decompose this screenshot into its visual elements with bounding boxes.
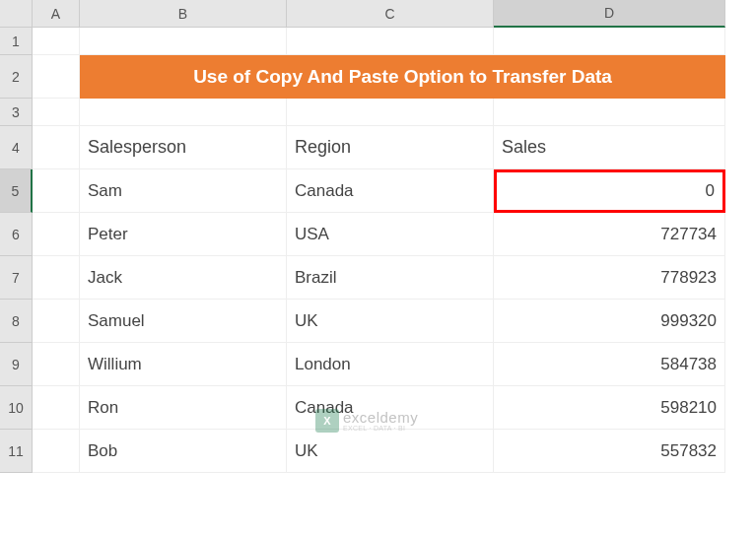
cell-a2[interactable] [33,55,80,99]
cell-a3[interactable] [33,99,80,126]
spreadsheet-grid: A B C D 1 2 Use of Copy And Paste Option… [0,0,756,473]
cell-b6[interactable]: Peter [80,213,287,256]
cell-c1[interactable] [287,28,494,55]
cell-d9[interactable]: 584738 [494,343,725,386]
cell-b10[interactable]: Ron [80,386,287,430]
cell-d10[interactable]: 598210 [494,386,725,430]
cell-b7[interactable]: Jack [80,256,287,300]
title-banner[interactable]: Use of Copy And Paste Option to Transfer… [80,55,725,99]
col-header-c[interactable]: C [287,0,494,28]
row-header-7[interactable]: 7 [0,256,33,300]
cell-b5[interactable]: Sam [80,169,287,213]
cell-b9[interactable]: Willium [80,343,287,386]
row-header-11[interactable]: 11 [0,430,33,473]
cell-d8[interactable]: 999320 [494,300,725,343]
cell-a7[interactable] [33,256,80,300]
cell-a10[interactable] [33,386,80,430]
row-header-5[interactable]: 5 [0,169,33,213]
cell-a8[interactable] [33,300,80,343]
row-header-2[interactable]: 2 [0,55,33,99]
cell-a4[interactable] [33,126,80,169]
cell-a11[interactable] [33,430,80,473]
cell-b11[interactable]: Bob [80,430,287,473]
row-header-8[interactable]: 8 [0,300,33,343]
cell-a9[interactable] [33,343,80,386]
row-header-1[interactable]: 1 [0,28,33,55]
cell-c9[interactable]: London [287,343,494,386]
row-header-4[interactable]: 4 [0,126,33,169]
cell-d1[interactable] [494,28,725,55]
col-header-b[interactable]: B [80,0,287,28]
row-header-9[interactable]: 9 [0,343,33,386]
cell-c5[interactable]: Canada [287,169,494,213]
row-header-10[interactable]: 10 [0,386,33,430]
corner-cell[interactable] [0,0,33,28]
cell-a6[interactable] [33,213,80,256]
cell-d6[interactable]: 727734 [494,213,725,256]
row-header-3[interactable]: 3 [0,99,33,126]
header-sales[interactable]: Sales [494,126,725,169]
cell-b1[interactable] [80,28,287,55]
row-header-6[interactable]: 6 [0,213,33,256]
cell-a5[interactable] [33,169,80,213]
cell-c11[interactable]: UK [287,430,494,473]
cell-d7[interactable]: 778923 [494,256,725,300]
cell-a1[interactable] [33,28,80,55]
cell-b3[interactable] [80,99,287,126]
cell-c6[interactable]: USA [287,213,494,256]
cell-d5[interactable]: 0 [494,169,725,213]
cell-c8[interactable]: UK [287,300,494,343]
cell-d11[interactable]: 557832 [494,430,725,473]
cell-d3[interactable] [494,99,725,126]
col-header-a[interactable]: A [33,0,80,28]
cell-c10[interactable]: Canada [287,386,494,430]
col-header-d[interactable]: D [494,0,725,28]
cell-c3[interactable] [287,99,494,126]
cell-c7[interactable]: Brazil [287,256,494,300]
header-salesperson[interactable]: Salesperson [80,126,287,169]
header-region[interactable]: Region [287,126,494,169]
cell-b8[interactable]: Samuel [80,300,287,343]
